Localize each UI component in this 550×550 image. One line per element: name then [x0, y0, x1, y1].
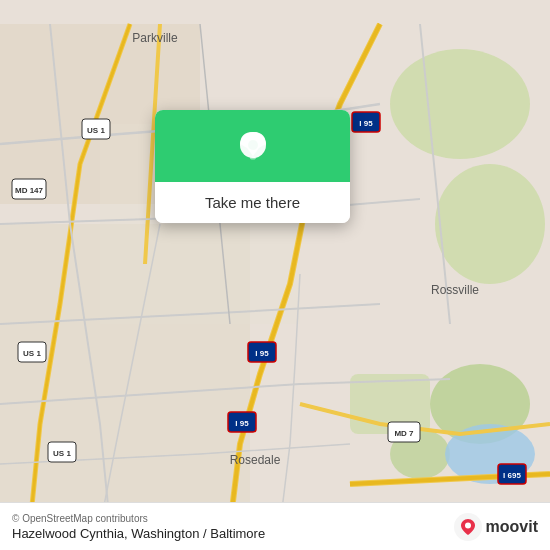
svg-text:I 95: I 95 [359, 119, 373, 128]
map-background: US 1 US 1 US 1 MD 147 I 95 I 95 I 95 I 6… [0, 0, 550, 550]
svg-text:Rosedale: Rosedale [230, 453, 281, 467]
take-me-there-button[interactable]: Take me there [155, 182, 350, 223]
bottom-bar: © OpenStreetMap contributors Hazelwood C… [0, 502, 550, 550]
svg-text:MD 7: MD 7 [394, 429, 414, 438]
popup-card: Take me there [155, 110, 350, 223]
svg-text:Parkville: Parkville [132, 31, 178, 45]
moovit-logo-icon [454, 513, 482, 541]
moovit-text: moovit [486, 518, 538, 536]
svg-text:US 1: US 1 [87, 126, 105, 135]
svg-text:I 95: I 95 [255, 349, 269, 358]
svg-text:MD 147: MD 147 [15, 186, 44, 195]
svg-text:I 695: I 695 [503, 471, 521, 480]
map-container: US 1 US 1 US 1 MD 147 I 95 I 95 I 95 I 6… [0, 0, 550, 550]
popup-icon-area [155, 110, 350, 182]
svg-text:Rossville: Rossville [431, 283, 479, 297]
svg-point-1 [390, 49, 530, 159]
svg-point-35 [465, 522, 471, 528]
svg-point-33 [250, 157, 256, 160]
svg-text:US 1: US 1 [23, 349, 41, 358]
location-pin-icon [233, 128, 273, 168]
attribution-text: © OpenStreetMap contributors [12, 513, 265, 524]
svg-point-2 [435, 164, 545, 284]
svg-text:I 95: I 95 [235, 419, 249, 428]
moovit-logo: moovit [454, 513, 538, 541]
location-label: Hazelwood Cynthia, Washington / Baltimor… [12, 526, 265, 541]
svg-text:US 1: US 1 [53, 449, 71, 458]
